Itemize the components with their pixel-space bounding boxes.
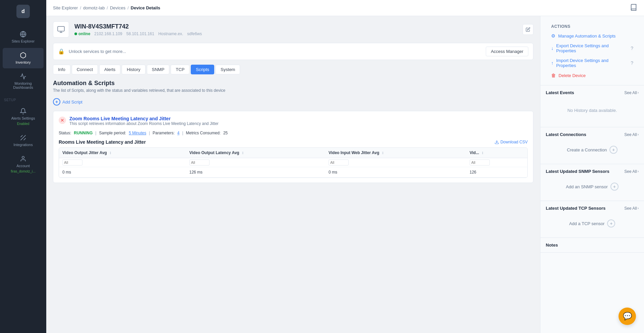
events-see-all-button[interactable]: See All › — [624, 90, 639, 95]
sort-icon-1[interactable]: ↕ — [109, 150, 111, 155]
breadcrumb: Site Explorer / domotz-lab / Devices / D… — [53, 5, 160, 10]
lock-icon: 🔒 — [58, 48, 65, 55]
breadcrumb-current: Device Details — [131, 5, 160, 10]
sample-period-link[interactable]: 5 Minutes — [129, 131, 146, 135]
notes-title: Notes — [546, 243, 639, 248]
add-snmp-button[interactable]: Add an SNMP sensor + — [546, 177, 639, 196]
script-title-col: Zoom Rooms Live Meeting Latency and Jitt… — [69, 116, 219, 129]
tab-scripts[interactable]: Scripts — [191, 65, 214, 74]
device-ip4: sdfe6ws — [187, 31, 202, 36]
export-settings-label: Export Device Settings and Properties — [556, 43, 628, 53]
breadcrumb-site-explorer[interactable]: Site Explorer — [53, 5, 78, 10]
sort-icon-4[interactable]: ↕ — [482, 150, 484, 155]
svg-point-2 — [22, 156, 24, 159]
sample-period-label: Sample period: — [99, 131, 126, 135]
status-value: RUNNING — [74, 131, 93, 135]
notes-section: Notes — [540, 238, 644, 253]
edit-device-button[interactable] — [523, 24, 533, 35]
breadcrumb-sep-2: / — [107, 5, 108, 10]
filter-col4[interactable] — [470, 159, 490, 165]
col-header-3: Video Input Web Jitter Avg ↕ — [325, 148, 466, 158]
export-settings-link[interactable]: ↓ Export Device Settings and Properties … — [546, 41, 639, 56]
snmp-see-all-button[interactable]: See All › — [624, 169, 639, 174]
sidebar-item-account[interactable]: Account firas_domotz_i... — [3, 151, 44, 177]
book-icon[interactable] — [630, 4, 637, 12]
data-table-wrapper: Video Output Jitter Avg ↕ Video Output L… — [59, 147, 528, 178]
plug-icon — [20, 134, 26, 141]
filter-col2[interactable] — [189, 159, 210, 165]
account-sub: firas_domotz_i... — [11, 170, 35, 173]
script-title[interactable]: Zoom Rooms Live Meeting Latency and Jitt… — [69, 116, 219, 121]
breadcrumb-sep-1: / — [80, 5, 81, 10]
manage-automation-link[interactable]: ⚙ Manage Automation & Scripts — [546, 31, 639, 41]
connections-see-all-label: See All — [624, 132, 637, 137]
snmp-sensors-title: Latest Updated SNMP Sensors — [546, 169, 609, 174]
sort-icon-2[interactable]: ↕ — [242, 150, 244, 155]
sidebar-label-integrations: Integrations — [13, 143, 33, 147]
device-ip3: Hostname.ex. — [158, 31, 183, 36]
parameters-link[interactable]: 4 — [177, 131, 180, 135]
main-panel: WIN-8V4S3MFT742 online 2102.168.1.109 58… — [46, 16, 540, 333]
tab-snmp[interactable]: SNMP — [147, 65, 170, 74]
device-ip1: 2102.168.1.109 — [94, 31, 122, 36]
tab-system[interactable]: System — [216, 65, 240, 74]
tcp-see-all-label: See All — [624, 206, 637, 211]
sidebar-label-sites-explorer: Sites Explorer — [12, 39, 35, 43]
filter-col1[interactable] — [62, 159, 82, 165]
sidebar-label-monitoring: Monitoring Dashboards — [5, 81, 41, 89]
sort-icon-3[interactable]: ↕ — [382, 150, 384, 155]
snmp-sensors-section: Latest Updated SNMP Sensors See All › Ad… — [540, 164, 644, 201]
cell-1-3: 0 ms — [325, 167, 466, 178]
tab-tcp[interactable]: TCP — [171, 65, 189, 74]
breadcrumb-domotz-lab[interactable]: domotz-lab — [83, 5, 105, 10]
create-connection-label: Create a Connection — [567, 147, 607, 152]
tab-info[interactable]: Info — [53, 65, 70, 74]
export-help-icon[interactable]: ? — [631, 46, 633, 51]
sidebar-item-sites-explorer[interactable]: Sites Explorer — [3, 27, 44, 47]
create-connection-button[interactable]: Create a Connection + — [546, 140, 639, 159]
chat-fab-button[interactable]: 💬 — [619, 308, 636, 325]
access-manager-button[interactable]: Access Manager — [486, 47, 528, 56]
add-script-button[interactable]: + Add Script — [53, 98, 533, 106]
status-label: Status: — [59, 131, 71, 135]
sidebar-item-alerts-settings[interactable]: Alerts Settings Enabled — [3, 104, 44, 130]
sidebar-label-account: Account — [16, 164, 30, 168]
manage-automation-label: Manage Automation & Scripts — [558, 34, 633, 39]
content-area: WIN-8V4S3MFT742 online 2102.168.1.109 58… — [46, 16, 644, 333]
bell-icon — [20, 108, 26, 115]
right-panel: Actions ⚙ Manage Automation & Scripts ↓ … — [540, 16, 644, 333]
data-section-header: Rooms Live Meeting Latency and Jitter Do… — [59, 139, 528, 145]
remove-script-button[interactable]: ✕ — [59, 117, 66, 124]
col-header-1: Video Output Jitter Avg ↕ — [59, 148, 186, 158]
import-settings-label: Import Device Settings and Properties — [556, 58, 628, 68]
download-icon: ↓ — [551, 46, 553, 51]
sidebar-item-integrations[interactable]: Integrations — [3, 130, 44, 151]
connections-see-all-button[interactable]: See All › — [624, 132, 639, 137]
tcp-see-all-button[interactable]: See All › — [624, 206, 639, 211]
app-logo[interactable]: d — [16, 5, 30, 18]
tab-history[interactable]: History — [122, 65, 145, 74]
filter-col3[interactable] — [329, 159, 349, 165]
metrics-value: 25 — [223, 131, 228, 135]
snmp-chevron-icon: › — [638, 170, 639, 173]
import-settings-link[interactable]: ↑ Import Device Settings and Properties … — [546, 56, 639, 70]
script-header: ✕ Zoom Rooms Live Meeting Latency and Ji… — [59, 116, 528, 129]
device-ip2: 58.101.101.161 — [126, 31, 154, 36]
sidebar-item-inventory[interactable]: Inventory — [3, 48, 44, 68]
import-help-icon[interactable]: ? — [631, 60, 633, 66]
data-section: Rooms Live Meeting Latency and Jitter Do… — [59, 139, 528, 178]
user-icon — [20, 155, 26, 162]
latest-events-header: Latest Events See All › — [546, 90, 639, 95]
breadcrumb-devices[interactable]: Devices — [110, 5, 125, 10]
add-snmp-plus-icon: + — [610, 183, 619, 191]
add-tcp-button[interactable]: Add a TCP sensor + — [546, 214, 639, 233]
parameters-label: Parameters: — [153, 131, 174, 135]
section-desc: The list of Scripts, along with the stat… — [53, 88, 533, 93]
tab-connect[interactable]: Connect — [72, 65, 98, 74]
sidebar-item-monitoring[interactable]: Monitoring Dashboards — [3, 69, 44, 93]
delete-device-link[interactable]: 🗑 Delete Device — [546, 70, 639, 80]
sidebar-label-inventory: Inventory — [15, 60, 31, 64]
col-header-2: Video Output Latency Avg ↕ — [186, 148, 325, 158]
download-csv-button[interactable]: Download CSV — [494, 140, 528, 144]
tab-alerts[interactable]: Alerts — [99, 65, 120, 74]
